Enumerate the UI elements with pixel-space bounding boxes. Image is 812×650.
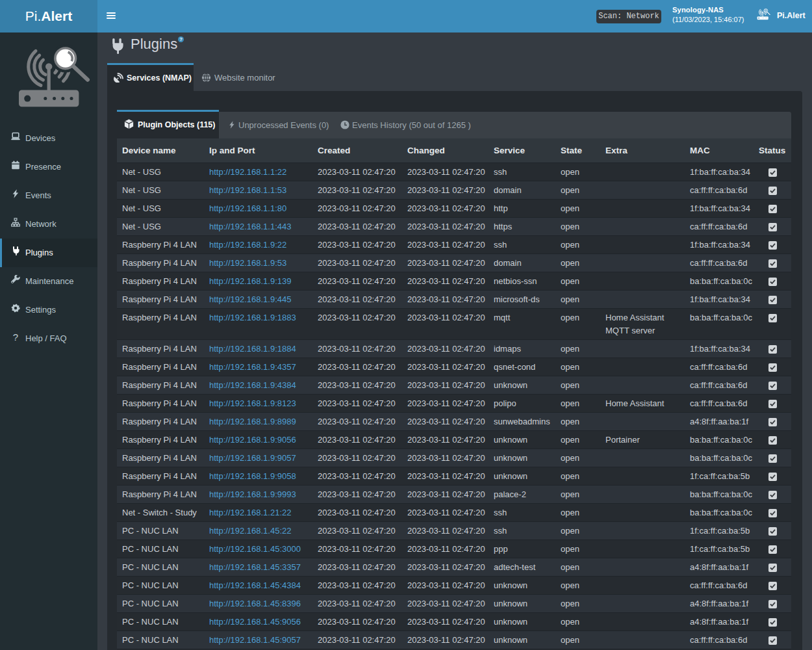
svg-text:?: ? (13, 332, 18, 341)
